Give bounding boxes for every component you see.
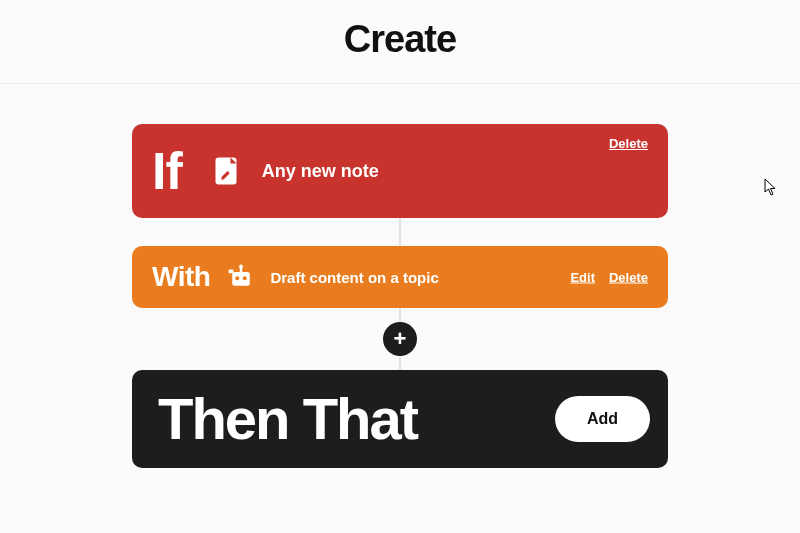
if-keyword: If [152,141,182,201]
plus-icon: + [394,328,407,350]
svg-rect-6 [229,270,234,274]
then-add-button[interactable]: Add [555,396,650,442]
mouse-cursor-icon [764,178,776,196]
svg-point-3 [240,265,244,269]
ai-bot-icon [224,260,258,294]
connector [399,308,401,322]
connector [399,356,401,370]
with-card[interactable]: With Draft content on a topic Edit Delet… [132,246,668,308]
with-trigger-label: Draft content on a topic [270,269,438,286]
note-icon [206,151,246,191]
svg-point-4 [236,276,240,280]
connector [399,218,401,246]
if-card[interactable]: If Any new note Delete [132,124,668,218]
if-trigger-label: Any new note [262,161,379,182]
svg-rect-1 [233,272,251,286]
page-header: Create [0,0,800,84]
with-delete-link[interactable]: Delete [609,270,648,285]
if-delete-link[interactable]: Delete [609,136,648,151]
with-actions: Edit Delete [570,270,648,285]
if-actions: Delete [609,136,648,151]
then-keyword: Then That [158,390,417,448]
then-card[interactable]: Then That Add [132,370,668,468]
flow-canvas: If Any new note Delete With D [132,84,668,468]
svg-point-5 [243,276,247,280]
page-title: Create [0,18,800,61]
with-edit-link[interactable]: Edit [570,270,595,285]
with-keyword: With [152,261,210,293]
add-step-button[interactable]: + [383,322,417,356]
